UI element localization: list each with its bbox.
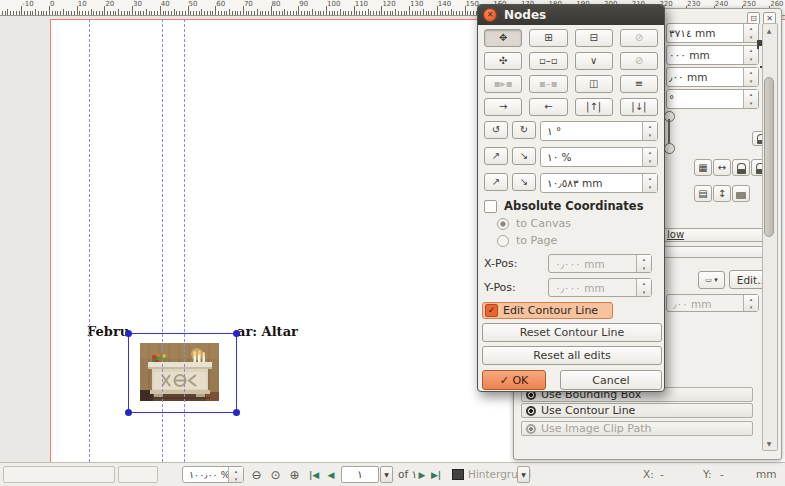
to-page-label: to Page (516, 234, 557, 247)
contour-line-selection[interactable] (128, 333, 237, 413)
transform-value-field[interactable]: ١ °▴▾ (540, 121, 658, 141)
dialog-titlebar[interactable]: ✕ Nodes (478, 5, 664, 25)
transform-value-field[interactable]: ١٠٫٥٨٣ mm▴▾ (540, 173, 658, 193)
edit-contour-line-label: Edit Contour Line (503, 304, 598, 317)
open-path-button[interactable]: ⊘ (620, 29, 658, 47)
use-image-clip-path-option[interactable]: Use Image Clip Path (521, 421, 753, 436)
use-contour-line-option[interactable]: Use Contour Line (521, 403, 753, 418)
delete-nodes-button[interactable]: ⊟ (575, 29, 613, 47)
contour-node-top-left[interactable] (125, 330, 132, 337)
ruler-number: 60 (216, 0, 225, 8)
palette-field[interactable]: ٠٠٠ mm▴▾ (666, 45, 759, 65)
ruler-tick (265, 11, 266, 15)
scrollbar-thumb[interactable] (764, 77, 774, 237)
move-nodes-button[interactable]: ✥ (484, 29, 522, 47)
ok-button[interactable]: ✓ OK (482, 370, 546, 390)
edit-contour-line-row[interactable]: ✓ Edit Contour Line (482, 302, 613, 319)
palette-field[interactable]: °▴▾ (666, 89, 759, 109)
level-buttons-icon[interactable]: ▦ (694, 159, 712, 176)
ruler-tick (434, 11, 435, 15)
shape-selector-button[interactable]: ▭ ▾ (698, 271, 725, 289)
ruler-tick (320, 11, 321, 15)
flip-horizontal-button[interactable]: ↔ (713, 159, 731, 176)
palette-field[interactable]: ٫٠٠ mm▴▾ (666, 67, 759, 87)
level-grid-icon[interactable]: ▤ (694, 185, 712, 202)
to-page-radio-row[interactable]: to Page (497, 234, 557, 247)
page-number-field[interactable]: ١ (341, 466, 379, 483)
move-control-points-button[interactable]: ✣ (484, 52, 522, 70)
add-nodes-button[interactable]: ⊞ (529, 29, 567, 47)
palette-field[interactable]: ٣٧١٤ mm▴▾ (666, 23, 759, 43)
flip-vertical-button[interactable]: ↕ (713, 185, 731, 202)
ruler-tick (337, 11, 338, 15)
shrink-size-button[interactable]: ↘ (512, 173, 536, 191)
shear-down-button[interactable]: |↓| (620, 98, 658, 116)
ruler-tick (390, 11, 391, 15)
last-page-icon[interactable]: ▶| (428, 466, 444, 483)
layer-dropdown-icon[interactable]: ▼ (517, 466, 530, 483)
zoom-in-icon[interactable]: ⊕ (286, 466, 303, 483)
page-dropdown-icon[interactable]: ▼ (380, 466, 393, 483)
vertical-guide[interactable] (162, 19, 163, 462)
ruler-tick (68, 11, 69, 15)
zoom-100-icon[interactable]: ⊙ (267, 466, 284, 483)
enable-printing-button[interactable] (732, 185, 750, 202)
text-fragment-right[interactable]: ar: Altar (237, 324, 298, 339)
rotate-cw-button[interactable]: ↻ (512, 121, 536, 139)
zoom-out-icon[interactable]: ⊖ (248, 466, 265, 483)
scroll-up-icon[interactable]: ▲ (763, 25, 775, 36)
ruler-tick (174, 9, 175, 15)
shear-left-button[interactable]: ← (529, 98, 567, 116)
text-fragment-left[interactable]: Febru (87, 324, 129, 339)
scroll-down-icon[interactable]: ▼ (763, 438, 775, 449)
mirror-vertical-button[interactable]: ≡ (620, 75, 658, 93)
ruler-tick (71, 11, 72, 15)
ruler-tick (46, 11, 47, 15)
shear-right-button[interactable]: → (484, 98, 522, 116)
cancel-button[interactable]: Cancel (560, 370, 662, 390)
vertical-guide[interactable] (184, 19, 185, 462)
reset-all-edits-button[interactable]: Reset all edits (482, 346, 662, 365)
split-path-button[interactable]: ▪–▪ (529, 75, 567, 93)
contour-node-bottom-left[interactable] (125, 409, 132, 416)
absolute-coordinates-row[interactable]: Absolute Coordinates (484, 199, 643, 213)
enlarge-percent-button[interactable]: ↗ (484, 147, 508, 165)
dialog-close-icon[interactable]: ✕ (483, 8, 497, 22)
y-pos-field[interactable]: ٠٫٠٠٠ mm▴▾ (548, 278, 652, 297)
status-bar: ١٠٠٫٠٠ %▴▾ ⊖ ⊙ ⊕ |◀ ◀ ١ ▼ of ١ ▶ ▶| Hint… (0, 462, 785, 486)
previous-page-icon[interactable]: ◀ (323, 466, 339, 483)
mirror-horizontal-button[interactable]: ◫ (575, 75, 613, 93)
to-canvas-radio-row[interactable]: to Canvas (497, 217, 571, 230)
contour-node-top-right[interactable] (233, 330, 240, 337)
independent-control-points-button[interactable]: ▫–▫ (529, 52, 567, 70)
x-pos-field[interactable]: ٠٫٠٠٠ mm▴▾ (548, 254, 652, 273)
reset-contour-line-button[interactable]: Reset Contour Line (482, 323, 662, 342)
rotate-ccw-button[interactable]: ↺ (484, 121, 508, 139)
symmetric-control-points-button[interactable]: ∨ (575, 52, 613, 70)
ruler-tick (368, 9, 369, 15)
close-path-button[interactable]: ⊘ (620, 52, 658, 70)
to-page-radio[interactable] (497, 235, 509, 247)
shrink-percent-button[interactable]: ↘ (512, 147, 536, 165)
transform-value-field[interactable]: ١٠ %▴▾ (540, 147, 658, 167)
vertical-guide[interactable] (89, 19, 90, 462)
shear-up-button[interactable]: |↑| (575, 98, 613, 116)
ruler-number: 260 (770, 0, 783, 8)
zoom-level-field[interactable]: ١٠٠٫٠٠ %▴▾ (182, 466, 244, 483)
absolute-coordinates-checkbox[interactable] (484, 200, 497, 213)
ruler-tick (60, 11, 61, 15)
first-page-icon[interactable]: |◀ (306, 466, 322, 483)
join-endpoints-button[interactable]: ▪▸▪ (484, 75, 522, 93)
to-canvas-radio[interactable] (497, 218, 509, 230)
unlock-button[interactable] (732, 159, 750, 176)
ruler-tick (135, 11, 136, 15)
ruler-tick (7, 9, 8, 15)
contour-node-bottom-right[interactable] (233, 409, 240, 416)
palette-scrollbar[interactable]: ▲ ▼ (762, 23, 778, 451)
ruler-tick (273, 11, 274, 15)
enlarge-size-button[interactable]: ↗ (484, 173, 508, 191)
ruler-tick (246, 11, 247, 15)
ruler-tick (417, 11, 418, 15)
corner-radius-field[interactable]: ٫٠٠ mm ▴▾ (666, 294, 759, 312)
edit-contour-line-checkbox[interactable]: ✓ (485, 304, 498, 317)
